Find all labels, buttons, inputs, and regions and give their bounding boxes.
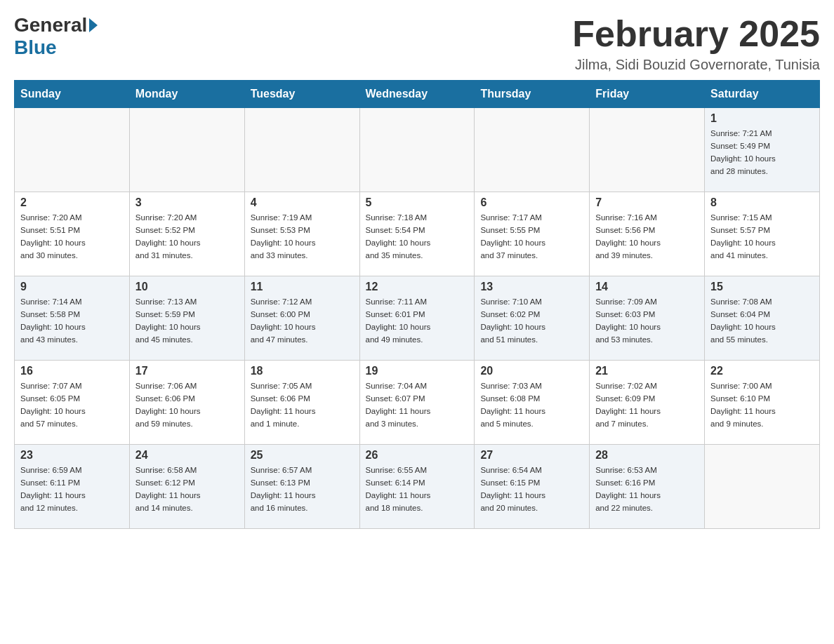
- calendar-cell: 19Sunrise: 7:04 AM Sunset: 6:07 PM Dayli…: [359, 361, 475, 445]
- day-number: 25: [251, 449, 354, 462]
- day-info: Sunrise: 7:16 AM Sunset: 5:56 PM Dayligh…: [595, 212, 699, 262]
- day-number: 1: [710, 112, 814, 125]
- calendar-cell: 6Sunrise: 7:17 AM Sunset: 5:55 PM Daylig…: [475, 192, 590, 276]
- calendar-cell: 15Sunrise: 7:08 AM Sunset: 6:04 PM Dayli…: [705, 276, 820, 361]
- calendar-cell: 13Sunrise: 7:10 AM Sunset: 6:02 PM Dayli…: [475, 276, 590, 361]
- day-number: 8: [710, 196, 814, 209]
- logo: General Blue: [14, 14, 98, 59]
- day-number: 27: [480, 449, 583, 462]
- day-number: 21: [595, 365, 699, 377]
- calendar-cell: 22Sunrise: 7:00 AM Sunset: 6:10 PM Dayli…: [705, 361, 820, 445]
- day-header-wednesday: Wednesday: [359, 81, 475, 108]
- day-number: 5: [366, 196, 469, 209]
- logo-arrow-icon: [89, 18, 98, 32]
- day-number: 18: [251, 365, 354, 377]
- title-section: February 2025 Jilma, Sidi Bouzid Governo…: [572, 14, 820, 73]
- day-number: 6: [480, 196, 583, 209]
- calendar-cell: 3Sunrise: 7:20 AM Sunset: 5:52 PM Daylig…: [129, 192, 244, 276]
- day-number: 19: [366, 365, 469, 377]
- day-number: 12: [366, 281, 469, 293]
- day-header-friday: Friday: [590, 81, 705, 108]
- day-header-saturday: Saturday: [705, 81, 820, 108]
- day-info: Sunrise: 7:20 AM Sunset: 5:52 PM Dayligh…: [135, 212, 239, 262]
- day-header-monday: Monday: [129, 81, 244, 108]
- day-number: 13: [480, 281, 583, 293]
- day-info: Sunrise: 7:13 AM Sunset: 5:59 PM Dayligh…: [135, 296, 239, 346]
- calendar-cell: 27Sunrise: 6:54 AM Sunset: 6:15 PM Dayli…: [475, 445, 590, 529]
- calendar-body: 1Sunrise: 7:21 AM Sunset: 5:49 PM Daylig…: [15, 108, 820, 529]
- day-number: 17: [135, 365, 239, 377]
- calendar-cell: [590, 108, 705, 192]
- calendar-cell: 24Sunrise: 6:58 AM Sunset: 6:12 PM Dayli…: [129, 445, 244, 529]
- calendar-cell: 20Sunrise: 7:03 AM Sunset: 6:08 PM Dayli…: [475, 361, 590, 445]
- calendar-title: February 2025: [572, 14, 820, 54]
- calendar-cell: 5Sunrise: 7:18 AM Sunset: 5:54 PM Daylig…: [359, 192, 475, 276]
- day-info: Sunrise: 7:10 AM Sunset: 6:02 PM Dayligh…: [480, 296, 583, 346]
- day-header-thursday: Thursday: [475, 81, 590, 108]
- day-info: Sunrise: 7:06 AM Sunset: 6:06 PM Dayligh…: [135, 380, 239, 430]
- day-number: 14: [595, 281, 699, 293]
- logo-text: General: [14, 14, 98, 36]
- day-info: Sunrise: 6:59 AM Sunset: 6:11 PM Dayligh…: [20, 464, 124, 514]
- day-info: Sunrise: 7:00 AM Sunset: 6:10 PM Dayligh…: [710, 380, 814, 430]
- calendar-cell: 2Sunrise: 7:20 AM Sunset: 5:51 PM Daylig…: [15, 192, 130, 276]
- calendar-cell: 12Sunrise: 7:11 AM Sunset: 6:01 PM Dayli…: [359, 276, 475, 361]
- day-info: Sunrise: 6:55 AM Sunset: 6:14 PM Dayligh…: [366, 464, 469, 514]
- day-number: 10: [135, 281, 239, 293]
- calendar-cell: 21Sunrise: 7:02 AM Sunset: 6:09 PM Dayli…: [590, 361, 705, 445]
- calendar-cell: [359, 108, 475, 192]
- calendar-cell: 23Sunrise: 6:59 AM Sunset: 6:11 PM Dayli…: [15, 445, 130, 529]
- day-info: Sunrise: 6:57 AM Sunset: 6:13 PM Dayligh…: [251, 464, 354, 514]
- day-number: 15: [710, 281, 814, 293]
- calendar-cell: 10Sunrise: 7:13 AM Sunset: 5:59 PM Dayli…: [129, 276, 244, 361]
- day-number: 23: [20, 449, 124, 462]
- day-info: Sunrise: 7:12 AM Sunset: 6:00 PM Dayligh…: [251, 296, 354, 346]
- calendar-cell: 8Sunrise: 7:15 AM Sunset: 5:57 PM Daylig…: [705, 192, 820, 276]
- week-row-2: 2Sunrise: 7:20 AM Sunset: 5:51 PM Daylig…: [15, 192, 820, 276]
- day-header-sunday: Sunday: [15, 81, 130, 108]
- calendar-subtitle: Jilma, Sidi Bouzid Governorate, Tunisia: [572, 57, 820, 73]
- day-info: Sunrise: 7:15 AM Sunset: 5:57 PM Dayligh…: [710, 212, 814, 262]
- week-row-5: 23Sunrise: 6:59 AM Sunset: 6:11 PM Dayli…: [15, 445, 820, 529]
- day-number: 3: [135, 196, 239, 209]
- day-number: 7: [595, 196, 699, 209]
- day-number: 24: [135, 449, 239, 462]
- day-info: Sunrise: 6:58 AM Sunset: 6:12 PM Dayligh…: [135, 464, 239, 514]
- day-info: Sunrise: 7:20 AM Sunset: 5:51 PM Dayligh…: [20, 212, 124, 262]
- day-number: 11: [251, 281, 354, 293]
- day-info: Sunrise: 6:53 AM Sunset: 6:16 PM Dayligh…: [595, 464, 699, 514]
- day-number: 16: [20, 365, 124, 377]
- calendar-header: SundayMondayTuesdayWednesdayThursdayFrid…: [15, 81, 820, 108]
- calendar-cell: [705, 445, 820, 529]
- calendar-cell: 17Sunrise: 7:06 AM Sunset: 6:06 PM Dayli…: [129, 361, 244, 445]
- calendar-cell: [15, 108, 130, 192]
- day-number: 26: [366, 449, 469, 462]
- calendar-cell: 28Sunrise: 6:53 AM Sunset: 6:16 PM Dayli…: [590, 445, 705, 529]
- calendar-cell: 18Sunrise: 7:05 AM Sunset: 6:06 PM Dayli…: [244, 361, 359, 445]
- calendar-cell: 4Sunrise: 7:19 AM Sunset: 5:53 PM Daylig…: [244, 192, 359, 276]
- calendar-cell: 7Sunrise: 7:16 AM Sunset: 5:56 PM Daylig…: [590, 192, 705, 276]
- day-info: Sunrise: 7:19 AM Sunset: 5:53 PM Dayligh…: [251, 212, 354, 262]
- calendar-cell: [129, 108, 244, 192]
- calendar-cell: [475, 108, 590, 192]
- day-info: Sunrise: 7:05 AM Sunset: 6:06 PM Dayligh…: [251, 380, 354, 430]
- header-row: SundayMondayTuesdayWednesdayThursdayFrid…: [15, 81, 820, 108]
- calendar-cell: 9Sunrise: 7:14 AM Sunset: 5:58 PM Daylig…: [15, 276, 130, 361]
- day-info: Sunrise: 7:08 AM Sunset: 6:04 PM Dayligh…: [710, 296, 814, 346]
- day-number: 28: [595, 449, 699, 462]
- day-info: Sunrise: 7:03 AM Sunset: 6:08 PM Dayligh…: [480, 380, 583, 430]
- calendar-cell: 11Sunrise: 7:12 AM Sunset: 6:00 PM Dayli…: [244, 276, 359, 361]
- week-row-4: 16Sunrise: 7:07 AM Sunset: 6:05 PM Dayli…: [15, 361, 820, 445]
- calendar-cell: [244, 108, 359, 192]
- day-number: 20: [480, 365, 583, 377]
- day-number: 9: [20, 281, 124, 293]
- calendar-cell: 25Sunrise: 6:57 AM Sunset: 6:13 PM Dayli…: [244, 445, 359, 529]
- day-header-tuesday: Tuesday: [244, 81, 359, 108]
- week-row-3: 9Sunrise: 7:14 AM Sunset: 5:58 PM Daylig…: [15, 276, 820, 361]
- day-info: Sunrise: 7:21 AM Sunset: 5:49 PM Dayligh…: [710, 128, 814, 177]
- day-info: Sunrise: 7:09 AM Sunset: 6:03 PM Dayligh…: [595, 296, 699, 346]
- day-number: 2: [20, 196, 124, 209]
- page-header: General Blue February 2025 Jilma, Sidi B…: [14, 14, 820, 73]
- day-info: Sunrise: 7:04 AM Sunset: 6:07 PM Dayligh…: [366, 380, 469, 430]
- calendar-cell: 16Sunrise: 7:07 AM Sunset: 6:05 PM Dayli…: [15, 361, 130, 445]
